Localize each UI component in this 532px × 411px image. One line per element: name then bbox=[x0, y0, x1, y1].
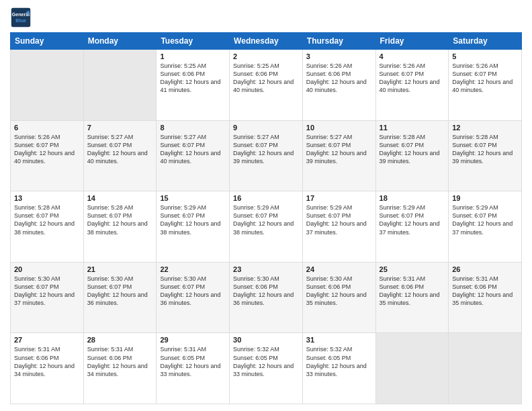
calendar-table: SundayMondayTuesdayWednesdayThursdayFrid… bbox=[10, 32, 522, 404]
day-info: Sunrise: 5:26 AM Sunset: 6:06 PM Dayligh… bbox=[306, 62, 372, 95]
day-number: 22 bbox=[160, 265, 226, 273]
calendar-day-cell: 1 Sunrise: 5:25 AM Sunset: 6:06 PM Dayli… bbox=[157, 50, 230, 121]
day-info: Sunrise: 5:30 AM Sunset: 6:07 PM Dayligh… bbox=[14, 275, 80, 308]
calendar-day-cell: 11 Sunrise: 5:28 AM Sunset: 6:07 PM Dayl… bbox=[375, 120, 449, 191]
day-number: 3 bbox=[306, 52, 372, 60]
day-info: Sunrise: 5:29 AM Sunset: 6:07 PM Dayligh… bbox=[380, 203, 445, 236]
day-number: 7 bbox=[87, 124, 153, 132]
day-number: 30 bbox=[233, 336, 299, 344]
day-info: Sunrise: 5:30 AM Sunset: 6:07 PM Dayligh… bbox=[87, 275, 153, 308]
calendar-day-cell: 23 Sunrise: 5:30 AM Sunset: 6:06 PM Dayl… bbox=[230, 262, 303, 333]
calendar-day-header: Tuesday bbox=[157, 33, 230, 50]
day-number: 8 bbox=[160, 124, 226, 132]
day-info: Sunrise: 5:28 AM Sunset: 6:07 PM Dayligh… bbox=[87, 203, 153, 236]
day-info: Sunrise: 5:28 AM Sunset: 6:07 PM Dayligh… bbox=[452, 133, 518, 166]
day-info: Sunrise: 5:26 AM Sunset: 6:07 PM Dayligh… bbox=[380, 62, 445, 95]
calendar-day-cell: 24 Sunrise: 5:30 AM Sunset: 6:06 PM Dayl… bbox=[302, 262, 375, 333]
header: General Blue bbox=[10, 7, 522, 28]
day-number: 23 bbox=[233, 265, 299, 273]
calendar-day-cell: 16 Sunrise: 5:29 AM Sunset: 6:07 PM Dayl… bbox=[230, 191, 303, 263]
day-number: 16 bbox=[233, 194, 299, 202]
calendar-week-row: 20 Sunrise: 5:30 AM Sunset: 6:07 PM Dayl… bbox=[11, 262, 522, 333]
day-number: 14 bbox=[87, 194, 153, 202]
calendar-day-header: Wednesday bbox=[230, 33, 303, 50]
day-info: Sunrise: 5:31 AM Sunset: 6:06 PM Dayligh… bbox=[380, 275, 445, 308]
calendar-day-cell bbox=[449, 333, 522, 404]
calendar-day-cell: 29 Sunrise: 5:31 AM Sunset: 6:05 PM Dayl… bbox=[157, 333, 230, 404]
day-number: 18 bbox=[380, 194, 445, 202]
day-info: Sunrise: 5:29 AM Sunset: 6:07 PM Dayligh… bbox=[233, 203, 299, 236]
calendar-day-cell: 22 Sunrise: 5:30 AM Sunset: 6:07 PM Dayl… bbox=[157, 262, 230, 333]
day-info: Sunrise: 5:25 AM Sunset: 6:06 PM Dayligh… bbox=[160, 62, 226, 95]
day-info: Sunrise: 5:32 AM Sunset: 6:05 PM Dayligh… bbox=[233, 345, 299, 378]
day-info: Sunrise: 5:27 AM Sunset: 6:07 PM Dayligh… bbox=[233, 133, 299, 166]
day-number: 27 bbox=[14, 336, 80, 344]
calendar-day-cell: 7 Sunrise: 5:27 AM Sunset: 6:07 PM Dayli… bbox=[83, 120, 157, 191]
calendar-day-header: Friday bbox=[375, 33, 449, 50]
day-number: 19 bbox=[452, 194, 518, 202]
day-number: 12 bbox=[452, 124, 518, 132]
day-info: Sunrise: 5:28 AM Sunset: 6:07 PM Dayligh… bbox=[14, 203, 80, 236]
day-number: 17 bbox=[306, 194, 372, 202]
day-info: Sunrise: 5:30 AM Sunset: 6:06 PM Dayligh… bbox=[306, 275, 372, 308]
calendar-day-cell: 27 Sunrise: 5:31 AM Sunset: 6:06 PM Dayl… bbox=[11, 333, 84, 404]
day-info: Sunrise: 5:28 AM Sunset: 6:07 PM Dayligh… bbox=[380, 133, 445, 166]
day-number: 9 bbox=[233, 124, 299, 132]
calendar-day-cell: 28 Sunrise: 5:31 AM Sunset: 6:06 PM Dayl… bbox=[83, 333, 157, 404]
svg-text:Blue: Blue bbox=[15, 18, 26, 24]
day-number: 13 bbox=[14, 194, 80, 202]
calendar-day-cell: 26 Sunrise: 5:31 AM Sunset: 6:06 PM Dayl… bbox=[449, 262, 522, 333]
calendar-day-cell: 31 Sunrise: 5:32 AM Sunset: 6:05 PM Dayl… bbox=[302, 333, 375, 404]
day-number: 25 bbox=[380, 265, 445, 273]
day-number: 28 bbox=[87, 336, 153, 344]
calendar-week-row: 27 Sunrise: 5:31 AM Sunset: 6:06 PM Dayl… bbox=[11, 333, 522, 404]
calendar-day-cell: 4 Sunrise: 5:26 AM Sunset: 6:07 PM Dayli… bbox=[375, 50, 449, 121]
day-info: Sunrise: 5:25 AM Sunset: 6:06 PM Dayligh… bbox=[233, 62, 299, 95]
day-number: 6 bbox=[14, 124, 80, 132]
calendar-day-cell: 2 Sunrise: 5:25 AM Sunset: 6:06 PM Dayli… bbox=[230, 50, 303, 121]
day-info: Sunrise: 5:26 AM Sunset: 6:07 PM Dayligh… bbox=[452, 62, 518, 95]
calendar-day-cell: 15 Sunrise: 5:29 AM Sunset: 6:07 PM Dayl… bbox=[157, 191, 230, 263]
calendar-day-cell: 8 Sunrise: 5:27 AM Sunset: 6:07 PM Dayli… bbox=[157, 120, 230, 191]
day-number: 11 bbox=[380, 124, 445, 132]
page: General Blue SundayMondayTuesdayWednesda… bbox=[0, 0, 532, 411]
day-info: Sunrise: 5:27 AM Sunset: 6:07 PM Dayligh… bbox=[87, 133, 153, 166]
calendar-day-cell: 17 Sunrise: 5:29 AM Sunset: 6:07 PM Dayl… bbox=[302, 191, 375, 263]
day-number: 21 bbox=[87, 265, 153, 273]
day-info: Sunrise: 5:31 AM Sunset: 6:06 PM Dayligh… bbox=[14, 345, 80, 378]
day-number: 29 bbox=[160, 336, 226, 344]
calendar-day-cell: 9 Sunrise: 5:27 AM Sunset: 6:07 PM Dayli… bbox=[230, 120, 303, 191]
day-info: Sunrise: 5:27 AM Sunset: 6:07 PM Dayligh… bbox=[160, 133, 226, 166]
day-number: 5 bbox=[452, 52, 518, 60]
calendar-day-cell bbox=[375, 333, 449, 404]
calendar-day-cell: 6 Sunrise: 5:26 AM Sunset: 6:07 PM Dayli… bbox=[11, 120, 84, 191]
day-number: 20 bbox=[14, 265, 80, 273]
calendar-day-cell: 30 Sunrise: 5:32 AM Sunset: 6:05 PM Dayl… bbox=[230, 333, 303, 404]
day-number: 2 bbox=[233, 52, 299, 60]
calendar-day-cell: 13 Sunrise: 5:28 AM Sunset: 6:07 PM Dayl… bbox=[11, 191, 84, 263]
calendar-day-cell: 18 Sunrise: 5:29 AM Sunset: 6:07 PM Dayl… bbox=[375, 191, 449, 263]
calendar-day-cell: 20 Sunrise: 5:30 AM Sunset: 6:07 PM Dayl… bbox=[11, 262, 84, 333]
calendar-day-cell: 3 Sunrise: 5:26 AM Sunset: 6:06 PM Dayli… bbox=[302, 50, 375, 121]
day-info: Sunrise: 5:30 AM Sunset: 6:07 PM Dayligh… bbox=[160, 275, 226, 308]
calendar-week-row: 13 Sunrise: 5:28 AM Sunset: 6:07 PM Dayl… bbox=[11, 191, 522, 263]
day-info: Sunrise: 5:30 AM Sunset: 6:06 PM Dayligh… bbox=[233, 275, 299, 308]
day-info: Sunrise: 5:26 AM Sunset: 6:07 PM Dayligh… bbox=[14, 133, 80, 166]
calendar-day-header: Thursday bbox=[302, 33, 375, 50]
day-number: 24 bbox=[306, 265, 372, 273]
calendar-day-cell: 5 Sunrise: 5:26 AM Sunset: 6:07 PM Dayli… bbox=[449, 50, 522, 121]
day-info: Sunrise: 5:32 AM Sunset: 6:05 PM Dayligh… bbox=[306, 345, 372, 378]
day-info: Sunrise: 5:31 AM Sunset: 6:06 PM Dayligh… bbox=[452, 275, 518, 308]
day-info: Sunrise: 5:31 AM Sunset: 6:06 PM Dayligh… bbox=[87, 345, 153, 378]
calendar-day-cell bbox=[11, 50, 84, 121]
calendar-week-row: 1 Sunrise: 5:25 AM Sunset: 6:06 PM Dayli… bbox=[11, 50, 522, 121]
day-info: Sunrise: 5:27 AM Sunset: 6:07 PM Dayligh… bbox=[306, 133, 372, 166]
day-number: 31 bbox=[306, 336, 372, 344]
calendar-day-cell: 25 Sunrise: 5:31 AM Sunset: 6:06 PM Dayl… bbox=[375, 262, 449, 333]
day-number: 10 bbox=[306, 124, 372, 132]
calendar-day-header: Monday bbox=[83, 33, 157, 50]
day-info: Sunrise: 5:29 AM Sunset: 6:07 PM Dayligh… bbox=[306, 203, 372, 236]
day-info: Sunrise: 5:31 AM Sunset: 6:05 PM Dayligh… bbox=[160, 345, 226, 378]
logo-icon: General Blue bbox=[10, 7, 32, 28]
calendar-day-header: Sunday bbox=[11, 33, 84, 50]
